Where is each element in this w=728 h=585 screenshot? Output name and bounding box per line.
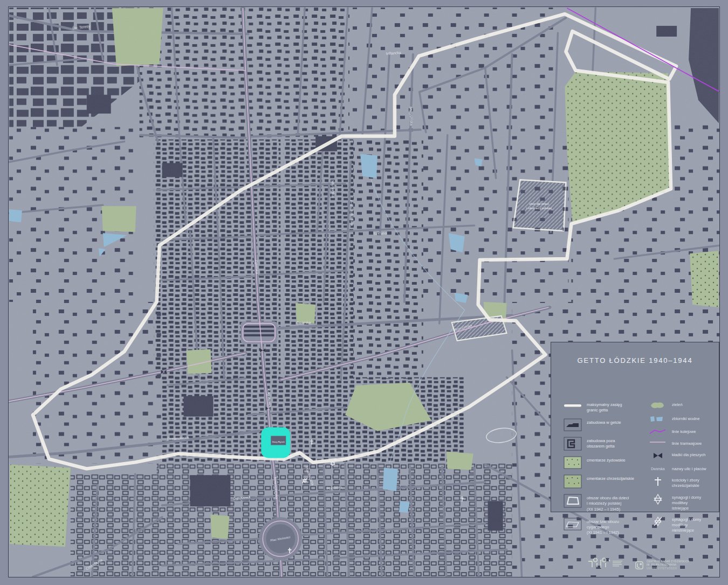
legend-column-left: maksymalny zasięg granic getta zabudowa …	[563, 401, 645, 535]
university-logo-icon	[635, 561, 643, 569]
swatch-synagogue-existing-icon	[648, 493, 668, 505]
legend-row-boundary: maksymalny zasięg granic getta	[563, 401, 645, 413]
legend-row-greenery: zieleń	[648, 401, 717, 410]
swatch-jewish-cemeteries	[563, 456, 582, 469]
legend-row-buildings-in: zabudowa w getcie	[563, 418, 645, 431]
legend-row-gypsy-camp: obszar tzw. obozu cygańskiego (XI 1941 –…	[563, 518, 645, 535]
swatch-synagogue-nonexisting-icon	[648, 515, 668, 527]
swatch-church-cross-icon	[648, 476, 668, 487]
legend-row-churches: kościoły i zbory chrześcijańskie	[648, 476, 717, 488]
swatch-christian-cemeteries	[563, 474, 582, 488]
legend-row-synagogues-existing: synagogi i domy modlitwy istniejące	[648, 493, 717, 511]
map-title: GETTO ŁÓDZKIE 1940–1944	[551, 356, 719, 364]
swatch-tram	[648, 439, 668, 445]
legend-row-synagogues-nonexisting: synagogi i domy modlitwy nieistniejące	[648, 515, 717, 533]
swatch-greenery	[648, 401, 668, 410]
map-canvas[interactable]: obóz dla dzieci i młodzieży polskiej	[8, 6, 720, 577]
legend-row-trams: linie tramwajowe	[648, 439, 717, 446]
university-logo-line1: CENTRUM BADAŃ ŻYDOWSKICH	[647, 560, 690, 563]
swatch-ghetto-boundary	[563, 401, 582, 410]
swatch-footbridge	[648, 451, 668, 460]
swatch-railway	[648, 428, 668, 435]
university-logo-line2: IM. FILIPA FRIEDMANA	[647, 563, 690, 567]
legend-panel: GETTO ŁÓDZKIE 1940–1944 maksymalny zasię…	[551, 342, 719, 512]
footer-logos: CENTRUM BADAŃ ŻYDOWSKICH IM. FILIPA FRIE…	[587, 557, 690, 573]
map-poster: obóz dla dzieci i młodzieży polskiej	[0, 0, 728, 585]
legend-column-right: zieleń zbiorniki wodne	[648, 401, 717, 535]
legend-row-footbridges: kładki dla pieszych	[648, 451, 717, 460]
university-logo: CENTRUM BADAŃ ŻYDOWSKICH IM. FILIPA FRIE…	[635, 560, 690, 570]
legend-row-street-names: Dworska nazwy ulic i placów	[648, 465, 717, 472]
swatch-children-camp	[563, 494, 582, 508]
swatch-street-name-sample: Dworska	[648, 465, 668, 471]
museum-logo	[587, 557, 626, 573]
swatch-water	[648, 415, 668, 423]
swatch-buildings-in-ghetto	[563, 418, 582, 431]
legend-row-water: zbiorniki wodne	[648, 415, 717, 423]
university-logo-line3: UNIWERSYTET ŁÓDZKI	[647, 567, 690, 570]
legend-row-children-camp: obszar obozu dla dzieci i młodzieży pols…	[563, 494, 645, 512]
legend-row-jewish-cemeteries: cmentarze żydowskie	[563, 456, 645, 469]
legend-row-buildings-out: zabudowa poza obszarem getta	[563, 437, 645, 451]
legend-row-christian-cemeteries: cmentarze chrześcijańskie	[563, 474, 645, 488]
swatch-gypsy-camp	[563, 518, 582, 531]
legend-row-railways: linie kolejowe	[648, 428, 717, 435]
swatch-buildings-outside-ghetto	[563, 437, 582, 451]
